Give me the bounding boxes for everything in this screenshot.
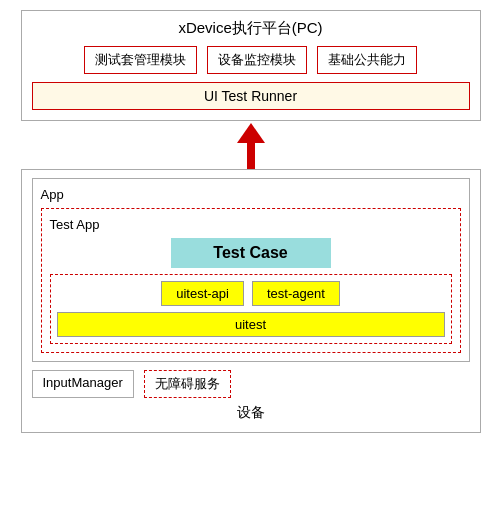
modules-row: 测试套管理模块 设备监控模块 基础公共能力 bbox=[32, 46, 470, 74]
testcase-box: Test Case bbox=[171, 238, 331, 268]
inner-dashed-box: uitest-api test-agent uitest bbox=[50, 274, 452, 344]
testapp-box: Test App Test Case uitest-api test-agent… bbox=[41, 208, 461, 353]
device-section: App Test App Test Case uitest-api test-a… bbox=[21, 169, 481, 433]
module-management: 测试套管理模块 bbox=[84, 46, 197, 74]
arrow-shaft bbox=[247, 141, 255, 171]
test-agent-box: test-agent bbox=[252, 281, 340, 306]
accessibility-box: 无障碍服务 bbox=[144, 370, 231, 398]
module-capability: 基础公共能力 bbox=[317, 46, 417, 74]
bottom-row: InputManager 无障碍服务 bbox=[32, 370, 470, 398]
arrow-up-head bbox=[237, 123, 265, 143]
module-monitor: 设备监控模块 bbox=[207, 46, 307, 74]
yellow-row: uitest-api test-agent bbox=[57, 281, 445, 306]
arrow-container bbox=[21, 121, 481, 169]
device-footer: 设备 bbox=[32, 404, 470, 422]
platform-title: xDevice执行平台(PC) bbox=[32, 19, 470, 38]
app-label: App bbox=[41, 187, 461, 202]
input-manager-box: InputManager bbox=[32, 370, 134, 398]
app-box: App Test App Test Case uitest-api test-a… bbox=[32, 178, 470, 362]
pc-platform: xDevice执行平台(PC) 测试套管理模块 设备监控模块 基础公共能力 UI… bbox=[21, 10, 481, 121]
testapp-label: Test App bbox=[50, 217, 452, 232]
uitestrunner-box: UI Test Runner bbox=[32, 82, 470, 110]
uitest-api-box: uitest-api bbox=[161, 281, 244, 306]
uitest-box: uitest bbox=[57, 312, 445, 337]
